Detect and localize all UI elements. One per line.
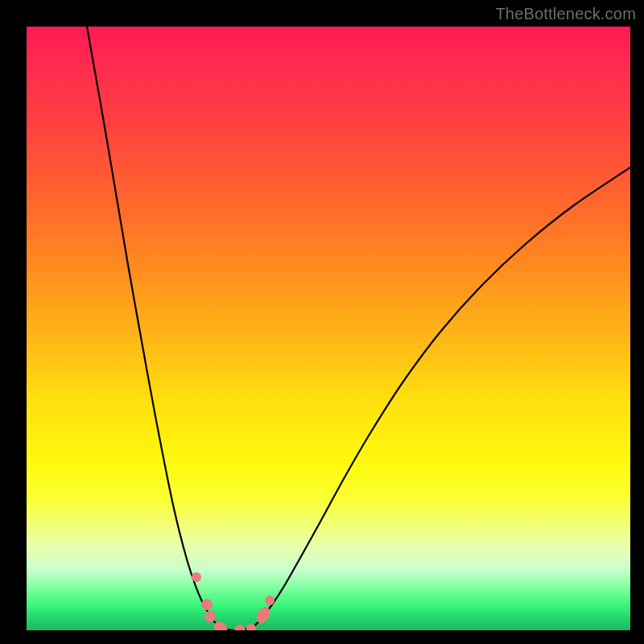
outer-frame: TheBottleneck.com <box>0 0 644 644</box>
watermark-text: TheBottleneck.com <box>495 5 636 23</box>
bottleneck-curve <box>87 27 630 630</box>
data-marker-7 <box>265 596 275 605</box>
curve-group <box>87 27 630 630</box>
marker-group <box>192 572 275 630</box>
data-marker-2 <box>204 611 216 622</box>
chart-svg <box>27 27 630 630</box>
data-marker-4 <box>234 625 246 630</box>
plot-area <box>27 27 630 630</box>
data-marker-1 <box>201 599 213 610</box>
data-marker-0 <box>192 572 201 582</box>
